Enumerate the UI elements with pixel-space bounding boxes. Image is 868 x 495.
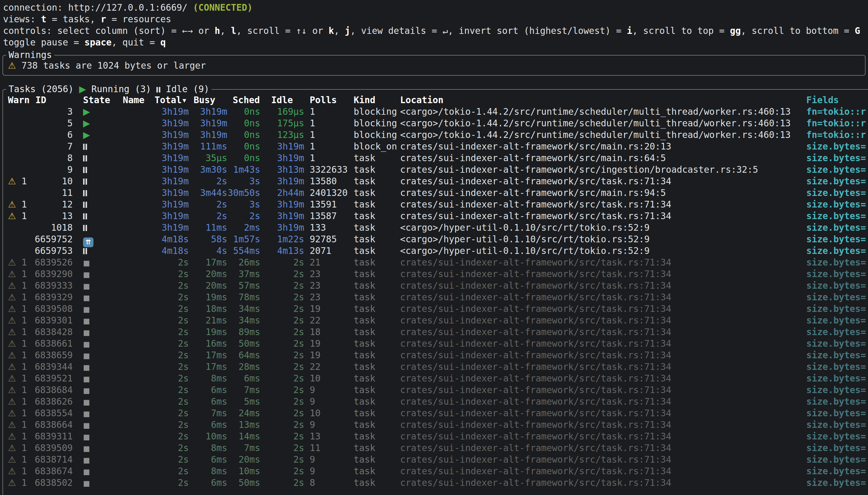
warn-icon: ⚠: [8, 478, 16, 488]
pause-icon: [83, 155, 87, 161]
task-row-6838659[interactable]: ⚠ 16838659■2s17ms64ms2s19taskcrates/sui-…: [8, 349, 868, 361]
task-row-10[interactable]: ⚠ 1103h19m2s3s3h19m13580taskcrates/sui-i…: [8, 175, 868, 187]
warn-icon: ⚠: [8, 199, 16, 210]
task-row-6839509[interactable]: ⚠ 16839509■2s8ms7ms2s11taskcrates/sui-in…: [8, 442, 868, 454]
task-busy-cell: 17ms: [189, 349, 227, 361]
column-header-idle[interactable]: Idle: [260, 94, 304, 106]
task-polls-cell: 11: [304, 442, 354, 454]
task-row-6839526[interactable]: ⚠ 16839526■2s17ms26ms2s21taskcrates/sui-…: [8, 257, 868, 268]
task-state-cell: [83, 175, 123, 187]
column-header-fields[interactable]: Fields: [806, 94, 868, 106]
task-idle-cell: 3h19m: [260, 141, 304, 152]
task-row-6659753[interactable]: 66597534m18s4s554ms4m13s2071task<cargo>/…: [8, 245, 868, 257]
task-row-5[interactable]: 5▶3h19m3h19m0ns175µs1blocking<cargo>/tok…: [8, 118, 868, 129]
task-row-13[interactable]: ⚠ 1133h19m2s2s3h19m13587taskcrates/sui-i…: [8, 210, 868, 222]
task-row-6838714[interactable]: ⚠ 16838714■2s6ms20ms2s9taskcrates/sui-in…: [8, 454, 868, 465]
task-row-6[interactable]: 6▶3h19m3h19m0ns123µs1blocking<cargo>/tok…: [8, 129, 868, 141]
task-id-cell: 6838661: [30, 338, 73, 349]
task-row-6839508[interactable]: ⚠ 16839508■2s18ms34ms2s19taskcrates/sui-…: [8, 303, 868, 314]
task-idle-cell: 175µs: [260, 118, 304, 129]
pause-icon: [83, 213, 87, 219]
task-row-6839311[interactable]: ⚠ 16839311■2s10ms14ms2s13taskcrates/sui-…: [8, 431, 868, 442]
column-header-sched[interactable]: Sched: [227, 94, 260, 106]
task-busy-cell: 19ms: [189, 291, 227, 303]
stop-icon: ■: [83, 375, 90, 383]
task-row-7[interactable]: 73h19m111ms0ns3h19m1block_oncrates/sui-i…: [8, 141, 868, 152]
task-row-6838502[interactable]: ⚠ 16838502■2s6ms50ms2s8taskcrates/sui-in…: [8, 477, 868, 489]
column-header-state[interactable]: State: [83, 94, 123, 106]
column-header-location[interactable]: Location: [400, 94, 806, 106]
task-row-6659752[interactable]: 6659752⇈4m18s58s1m57s1m22s92785task<carg…: [8, 234, 868, 245]
task-id-cell: 6839526: [30, 257, 73, 268]
task-warn-cell: ⚠ 1: [8, 175, 30, 187]
column-header-busy[interactable]: Busy: [189, 94, 227, 106]
task-busy-cell: 3m30s: [189, 164, 227, 175]
task-row-6838684[interactable]: ⚠ 16838684■2s6ms7ms2s9taskcrates/sui-ind…: [8, 384, 868, 396]
column-header-kind[interactable]: Kind: [354, 94, 400, 106]
task-row-12[interactable]: ⚠ 1123h19m2s3s3h19m13591taskcrates/sui-i…: [8, 199, 868, 210]
column-header-polls[interactable]: Polls: [304, 94, 354, 106]
task-location-cell: crates/sui-indexer-alt-framework/src/tas…: [400, 268, 806, 280]
task-sched-cell: 1m57s: [227, 234, 260, 245]
task-kind-cell: task: [354, 280, 400, 291]
tasks-panel: Tasks (2056) ▶ Running (3) Idle (9) Warn…: [2, 89, 868, 495]
task-row-1018[interactable]: 10183h19m11ms2ms3h19m133task<cargo>/hype…: [8, 222, 868, 234]
pause-icon: [83, 190, 87, 196]
task-row-3[interactable]: 3▶3h19m3h19m0ns169µs1blocking<cargo>/tok…: [8, 106, 868, 118]
task-location-cell: crates/sui-indexer-alt-framework/src/ing…: [400, 164, 806, 175]
task-busy-cell: 2s: [189, 210, 227, 222]
connection-status: (CONNECTED): [193, 2, 253, 13]
task-row-6838626[interactable]: ⚠ 16838626■2s6ms5ms2s9taskcrates/sui-ind…: [8, 396, 868, 407]
column-header-id[interactable]: ID: [30, 94, 73, 106]
task-idle-cell: 2s: [260, 361, 304, 373]
task-row-6839521[interactable]: ⚠ 16839521■2s8ms6ms2s10taskcrates/sui-in…: [8, 373, 868, 384]
task-busy-cell: 20ms: [189, 280, 227, 291]
task-fields-cell: size.bytes=: [806, 245, 868, 257]
task-row-8[interactable]: 83h19m35µs0ns3h19m1taskcrates/sui-indexe…: [8, 152, 868, 164]
task-busy-cell: 2s: [189, 199, 227, 210]
task-kind-cell: task: [354, 257, 400, 268]
stop-icon: ■: [83, 410, 90, 418]
task-location-cell: crates/sui-indexer-alt-framework/src/tas…: [400, 419, 806, 431]
task-total-cell: 2s: [154, 257, 189, 268]
play-icon: ▶: [83, 130, 90, 140]
task-kind-cell: task: [354, 222, 400, 234]
pause-icon: [156, 87, 160, 92]
task-row-6838664[interactable]: ⚠ 16838664■2s6ms13ms2s9taskcrates/sui-in…: [8, 419, 868, 431]
warn-icon: ⚠: [8, 385, 16, 395]
task-polls-cell: 13591: [304, 199, 354, 210]
task-row-6838674[interactable]: ⚠ 16838674■2s8ms10ms2s9taskcrates/sui-in…: [8, 465, 868, 477]
task-busy-cell: 6ms: [189, 454, 227, 465]
column-header-total[interactable]: Total▾: [154, 94, 189, 106]
task-warn-cell: [8, 118, 30, 129]
task-polls-cell: 18: [304, 326, 354, 338]
text-segment: = resources: [106, 14, 171, 24]
task-row-9[interactable]: 93h19m3m30s1m43s3h13m3322633taskcrates/s…: [8, 164, 868, 175]
task-busy-cell: 11ms: [189, 222, 227, 234]
task-name-cell: [123, 129, 154, 141]
task-row-6839301[interactable]: ⚠ 16839301■2s21ms34ms2s22taskcrates/sui-…: [8, 314, 868, 326]
task-row-6839344[interactable]: ⚠ 16839344■2s17ms28ms2s22taskcrates/sui-…: [8, 361, 868, 373]
column-header-name[interactable]: Name: [123, 94, 154, 106]
task-row-6838554[interactable]: ⚠ 16838554■2s7ms24ms2s10taskcrates/sui-i…: [8, 407, 868, 419]
task-polls-cell: 9: [304, 465, 354, 477]
text-segment: ,: [334, 25, 345, 36]
task-row-11[interactable]: 113h19m3m44s30m50s2h44m2401320taskcrates…: [8, 187, 868, 199]
warn-icon: ⚠: [8, 408, 16, 419]
task-kind-cell: task: [354, 349, 400, 361]
task-state-cell: ■: [83, 442, 123, 454]
task-sched-cell: 7ms: [227, 442, 260, 454]
task-idle-cell: 123µs: [260, 129, 304, 141]
task-row-6838661[interactable]: ⚠ 16838661■2s16ms50ms2s19taskcrates/sui-…: [8, 338, 868, 349]
task-row-6838428[interactable]: ⚠ 16838428■2s19ms89ms2s18taskcrates/sui-…: [8, 326, 868, 338]
task-busy-cell: 8ms: [189, 465, 227, 477]
task-name-cell: [123, 199, 154, 210]
column-header-warn[interactable]: Warn: [8, 94, 30, 106]
task-idle-cell: 2s: [260, 407, 304, 419]
task-id-cell: 6838714: [30, 454, 73, 465]
task-row-6839329[interactable]: ⚠ 16839329■2s19ms78ms2s23taskcrates/sui-…: [8, 291, 868, 303]
stop-icon: ■: [83, 282, 90, 291]
task-row-6839290[interactable]: ⚠ 16839290■2s20ms37ms2s23taskcrates/sui-…: [8, 268, 868, 280]
stop-icon: ■: [83, 456, 90, 464]
task-row-6839333[interactable]: ⚠ 16839333■2s20ms57ms2s23taskcrates/sui-…: [8, 280, 868, 291]
